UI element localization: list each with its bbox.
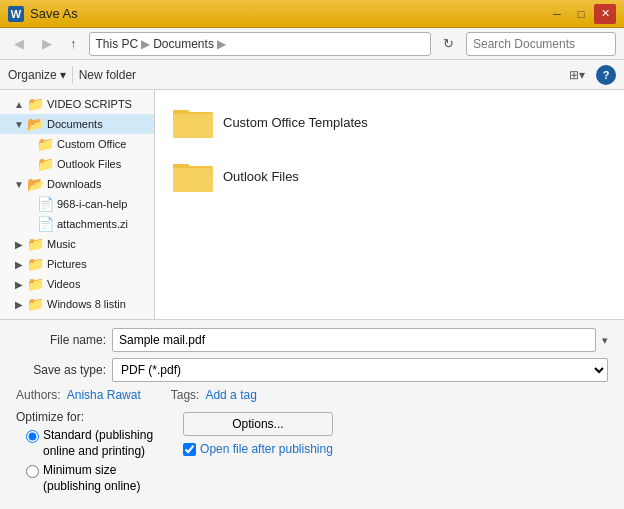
- filename-row: File name: ▾: [16, 328, 608, 352]
- standard-radio-label: Standard (publishingonline and printing): [43, 428, 153, 459]
- standard-radio[interactable]: [26, 430, 39, 443]
- big-folder-icon: [173, 158, 213, 194]
- authors-value[interactable]: Anisha Rawat: [67, 388, 141, 402]
- organize-button[interactable]: Organize ▾: [8, 68, 66, 82]
- close-button[interactable]: ✕: [594, 4, 616, 24]
- sidebar-item-label: Videos: [47, 278, 80, 290]
- open-after-checkbox[interactable]: [183, 443, 196, 456]
- sidebar-item-label: VIDEO SCRIPTS: [47, 98, 132, 110]
- options-button[interactable]: Options...: [183, 412, 333, 436]
- folder-open-icon: 📂: [27, 176, 44, 192]
- title-bar-controls: ─ □ ✕: [546, 4, 616, 24]
- sidebar-item-pictures[interactable]: ▶ 📁 Pictures: [0, 254, 154, 274]
- sidebar-item-label: Pictures: [47, 258, 87, 270]
- sidebar-item-label: Music: [47, 238, 76, 250]
- saveastype-select[interactable]: PDF (*.pdf): [112, 358, 608, 382]
- view-icon: ⊞: [569, 68, 579, 82]
- view-button[interactable]: ⊞ ▾: [562, 65, 592, 85]
- main-content: ▲ 📁 VIDEO SCRIPTS ▼ 📂 Documents 📁 Custom…: [0, 90, 624, 320]
- sidebar-item-968[interactable]: 📄 968-i-can-help: [0, 194, 154, 214]
- refresh-button[interactable]: ↻: [437, 33, 460, 54]
- svg-rect-5: [173, 168, 213, 192]
- breadcrumb-bar[interactable]: This PC ▶ Documents ▶: [89, 32, 432, 56]
- minimum-radio[interactable]: [26, 465, 39, 478]
- up-button[interactable]: ↑: [64, 33, 83, 54]
- forward-button[interactable]: ▶: [36, 33, 58, 54]
- file-icon: 📄: [37, 196, 54, 212]
- tags-group: Tags: Add a tag: [171, 388, 257, 402]
- open-after-label: Open file after publishing: [200, 442, 333, 456]
- filename-label: File name:: [16, 333, 106, 347]
- sidebar-item-documents[interactable]: ▼ 📂 Documents: [0, 114, 154, 134]
- sidebar: ▲ 📁 VIDEO SCRIPTS ▼ 📂 Documents 📁 Custom…: [0, 90, 155, 319]
- breadcrumb-separator: ▶: [141, 37, 150, 51]
- sidebar-item-music[interactable]: ▶ 📁 Music: [0, 234, 154, 254]
- sidebar-item-videos[interactable]: ▶ 📁 Videos: [0, 274, 154, 294]
- sidebar-item-label: Documents: [47, 118, 103, 130]
- file-item-outlook-files[interactable]: Outlook Files: [165, 154, 614, 198]
- minimum-radio-item[interactable]: Minimum size(publishing online): [26, 463, 153, 494]
- sidebar-item-label: Downloads: [47, 178, 101, 190]
- open-after-checkbox-item[interactable]: Open file after publishing: [183, 442, 333, 456]
- sidebar-item-video-scripts[interactable]: ▲ 📁 VIDEO SCRIPTS: [0, 94, 154, 114]
- file-item-label: Custom Office Templates: [223, 115, 368, 130]
- folder-icon: 📁: [27, 236, 44, 252]
- organize-label: Organize: [8, 68, 57, 82]
- separator: [72, 66, 73, 84]
- folder-open-icon: 📂: [27, 116, 44, 132]
- optimize-section: Optimize for: Standard (publishingonline…: [16, 410, 153, 494]
- expand-icon: ▼: [14, 179, 24, 190]
- breadcrumb-documents: Documents: [153, 37, 214, 51]
- sidebar-item-windows8[interactable]: ▶ 📁 Windows 8 listin: [0, 294, 154, 314]
- expand-icon: ▼: [14, 119, 24, 130]
- expand-icon: ▶: [14, 279, 24, 290]
- file-item-custom-office[interactable]: Custom Office Templates: [165, 100, 614, 144]
- sidebar-item-outlook-files[interactable]: 📁 Outlook Files: [0, 154, 154, 174]
- folder-icon: 📁: [27, 96, 44, 112]
- options-row: Optimize for: Standard (publishingonline…: [16, 410, 608, 494]
- expand-icon: ▶: [14, 239, 24, 250]
- sidebar-item-label: Outlook Files: [57, 158, 121, 170]
- bottom-section: File name: ▾ Save as type: PDF (*.pdf) A…: [0, 320, 624, 509]
- word-icon: W: [8, 6, 24, 22]
- folder-icon: 📁: [37, 156, 54, 172]
- filename-dropdown-icon[interactable]: ▾: [602, 334, 608, 347]
- back-button[interactable]: ◀: [8, 33, 30, 54]
- file-icon: 📄: [37, 216, 54, 232]
- sidebar-item-label: attachments.zi: [57, 218, 128, 230]
- expand-icon: ▶: [14, 299, 24, 310]
- title-bar-left: W Save As: [8, 6, 78, 22]
- sidebar-item-label: 968-i-can-help: [57, 198, 127, 210]
- second-toolbar: Organize ▾ New folder ⊞ ▾ ?: [0, 60, 624, 90]
- optimize-label: Optimize for:: [16, 410, 153, 424]
- minimum-radio-label: Minimum size(publishing online): [43, 463, 140, 494]
- navigation-toolbar: ◀ ▶ ↑ This PC ▶ Documents ▶ ↻ 🔍: [0, 28, 624, 60]
- new-folder-button[interactable]: New folder: [79, 68, 136, 82]
- big-folder-icon: [173, 104, 213, 140]
- tags-label: Tags:: [171, 388, 200, 402]
- sidebar-item-custom-office[interactable]: 📁 Custom Office: [0, 134, 154, 154]
- second-toolbar-left: Organize ▾ New folder: [8, 66, 136, 84]
- authors-group: Authors: Anisha Rawat: [16, 388, 141, 402]
- maximize-button[interactable]: □: [570, 4, 592, 24]
- folder-icon: 📁: [27, 296, 44, 312]
- sidebar-item-attachments[interactable]: 📄 attachments.zi: [0, 214, 154, 234]
- folder-icon: 📁: [27, 276, 44, 292]
- title-bar: W Save As ─ □ ✕: [0, 0, 624, 28]
- file-area: Custom Office Templates Outlook Files: [155, 90, 624, 319]
- minimize-button[interactable]: ─: [546, 4, 568, 24]
- radio-group: Standard (publishingonline and printing)…: [16, 428, 153, 494]
- tags-value[interactable]: Add a tag: [205, 388, 256, 402]
- expand-icon: ▲: [14, 99, 24, 110]
- search-bar: 🔍: [466, 32, 616, 56]
- folder-icon: 📁: [27, 256, 44, 272]
- view-dropdown-icon: ▾: [579, 68, 585, 82]
- filename-input[interactable]: [112, 328, 596, 352]
- help-button[interactable]: ?: [596, 65, 616, 85]
- sidebar-item-label: Windows 8 listin: [47, 298, 126, 310]
- sidebar-item-downloads[interactable]: ▼ 📂 Downloads: [0, 174, 154, 194]
- search-input[interactable]: [473, 37, 623, 51]
- standard-radio-item[interactable]: Standard (publishingonline and printing): [26, 428, 153, 459]
- authors-label: Authors:: [16, 388, 61, 402]
- sidebar-item-label: Custom Office: [57, 138, 127, 150]
